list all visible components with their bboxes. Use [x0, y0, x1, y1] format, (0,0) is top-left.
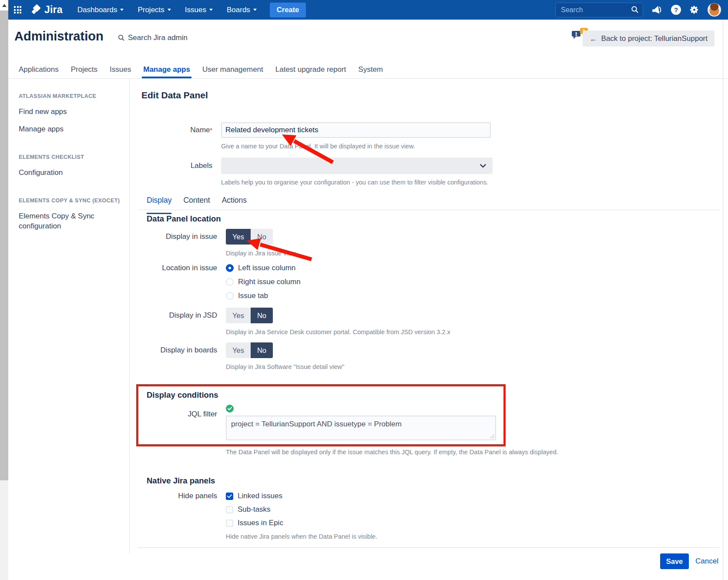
radio-label: Issue tab: [238, 292, 268, 300]
display-in-issue-no[interactable]: No: [251, 229, 273, 245]
sidebar-heading: ATLASSIAN MARKETPLACE: [19, 93, 129, 99]
jira-logo[interactable]: Jira: [31, 4, 63, 16]
scroll-up-button[interactable]: [0, 0, 8, 10]
checkbox-sub-tasks[interactable]: Sub-tasks: [226, 505, 377, 514]
labels-label: Labels: [138, 158, 212, 186]
scrollbar-thumb[interactable]: [0, 10, 8, 480]
admin-tab-bar: Applications Projects Issues Manage apps…: [8, 61, 728, 79]
display-in-issue-helper: Display in Jira issue view: [226, 250, 296, 257]
nav-search-input[interactable]: [556, 3, 643, 17]
display-in-jsd-no[interactable]: No: [251, 308, 273, 323]
cancel-button[interactable]: Cancel: [695, 557, 718, 566]
sidebar-section-marketplace: ATLASSIAN MARKETPLACE Find new apps Mana…: [19, 93, 129, 134]
radio-label: Right issue column: [238, 278, 301, 286]
display-in-issue-yes[interactable]: Yes: [226, 229, 251, 245]
checkbox-label: Sub-tasks: [238, 505, 271, 514]
left-scrollbar[interactable]: [0, 0, 8, 580]
sidebar-item-configuration[interactable]: Configuration: [19, 168, 118, 178]
checkbox-checked-icon[interactable]: [226, 493, 233, 500]
hide-panels-label: Hide panels: [143, 491, 217, 540]
display-in-issue-toggle: Yes No: [226, 229, 273, 245]
display-in-boards-no[interactable]: No: [251, 342, 273, 358]
sidebar-item-manage-apps[interactable]: Manage apps: [19, 124, 118, 134]
jira-mark-icon: [31, 4, 42, 16]
display-in-boards-label: Display in boards: [143, 342, 217, 370]
chevron-down-icon: [480, 164, 486, 168]
radio-left-issue-column[interactable]: Left issue column: [226, 263, 301, 273]
checkbox-label: Linked issues: [238, 492, 282, 500]
display-in-jsd-label: Display in JSD: [143, 308, 217, 335]
tab-manage-apps[interactable]: Manage apps: [143, 61, 190, 78]
announcement-icon[interactable]: [651, 3, 664, 16]
name-input[interactable]: [221, 122, 491, 138]
jql-filter-textarea[interactable]: project = TellurianSupport AND issuetype…: [226, 416, 496, 440]
tab-display[interactable]: Display: [147, 196, 171, 210]
required-mark: *: [210, 127, 212, 134]
tab-issues[interactable]: Issues: [110, 61, 131, 78]
chevron-down-icon: [253, 9, 257, 11]
jql-filter-helper: The Data Panel will be displayed only if…: [226, 449, 558, 456]
radio-icon[interactable]: [226, 278, 234, 286]
top-navbar: Jira Dashboards Projects Issues Boards C…: [8, 0, 728, 20]
jql-filter-label: JQL filter: [143, 405, 217, 456]
scroll-up-icon: [2, 4, 7, 7]
chevron-down-icon: [120, 9, 124, 11]
labels-select[interactable]: [221, 158, 493, 174]
checkbox-issues-in-epic[interactable]: Issues in Epic: [226, 518, 377, 528]
tab-applications[interactable]: Applications: [19, 61, 59, 78]
app-switcher-icon[interactable]: [14, 6, 21, 13]
display-in-boards-row: Display in boards Yes No Display in Jira…: [143, 342, 344, 370]
user-avatar[interactable]: [708, 3, 721, 17]
tab-user-management[interactable]: User management: [202, 61, 263, 78]
sidebar-item-copy-sync-configuration[interactable]: Elements Copy & Sync configuration: [19, 211, 118, 231]
radio-right-issue-column[interactable]: Right issue column: [226, 277, 301, 287]
back-to-project-button[interactable]: ← Back to project: TellurianSupport: [583, 30, 715, 47]
location-in-issue-row: Location in issue Left issue column Righ…: [143, 263, 301, 305]
help-icon[interactable]: ?: [671, 5, 681, 15]
checkbox-icon[interactable]: [226, 506, 233, 513]
window-right-edge: [723, 20, 723, 580]
display-in-jsd-row: Display in JSD Yes No Display in Jira Se…: [143, 308, 450, 335]
display-in-issue-label: Display in issue: [143, 229, 217, 257]
nav-boards[interactable]: Boards: [227, 6, 257, 14]
tab-latest-upgrade-report[interactable]: Latest upgrade report: [275, 61, 346, 78]
checkbox-linked-issues[interactable]: Linked issues: [226, 491, 377, 501]
tab-content[interactable]: Content: [183, 196, 210, 210]
nav-dashboards[interactable]: Dashboards: [77, 6, 124, 14]
jql-valid-check-icon: [226, 405, 234, 412]
display-in-jsd-helper: Display in Jira Service Desk customer po…: [226, 329, 450, 335]
display-in-boards-yes[interactable]: Yes: [226, 342, 251, 358]
search-icon: [631, 6, 639, 13]
name-row: Name* Give a name to your Data Panel. It…: [138, 122, 491, 150]
create-button[interactable]: Create: [270, 3, 306, 17]
tab-system[interactable]: System: [358, 61, 383, 78]
gear-icon[interactable]: [689, 5, 699, 15]
section-native-jira-panels: Native Jira panels: [147, 476, 215, 486]
radio-issue-tab[interactable]: Issue tab: [226, 291, 301, 301]
back-arrow-icon: ←: [590, 35, 597, 43]
chevron-down-icon: [168, 9, 171, 11]
admin-header: Administration Search Jira admin 1 ← Bac…: [8, 20, 728, 61]
radio-icon[interactable]: [226, 292, 234, 300]
tab-projects[interactable]: Projects: [71, 61, 97, 78]
hide-panels-helper: Hide native Jira panels when the Data Pa…: [226, 533, 377, 540]
admin-search[interactable]: Search Jira admin: [118, 34, 188, 42]
jql-filter-row: JQL filter project = TellurianSupport AN…: [143, 405, 558, 456]
nav-projects[interactable]: Projects: [138, 6, 171, 14]
search-icon: [118, 34, 125, 41]
sidebar-heading: ELEMENTS COPY & SYNC (EXOCET): [19, 198, 129, 204]
footer-divider: [138, 547, 719, 548]
sidebar-heading: ELEMENTS CHECKLIST: [19, 154, 129, 160]
save-button[interactable]: Save: [660, 553, 689, 569]
section-data-panel-location: Data Panel location: [147, 214, 221, 224]
sidebar-item-find-new-apps[interactable]: Find new apps: [19, 107, 118, 117]
checkbox-icon[interactable]: [226, 520, 233, 527]
chevron-down-icon: [209, 9, 213, 11]
radio-selected-icon[interactable]: [226, 264, 234, 272]
display-in-jsd-yes[interactable]: Yes: [226, 308, 251, 323]
nav-issues[interactable]: Issues: [185, 6, 213, 14]
checkbox-label: Issues in Epic: [238, 519, 283, 527]
sidebar-section-checklist: ELEMENTS CHECKLIST Configuration: [19, 154, 129, 178]
nav-search-box[interactable]: [555, 3, 643, 17]
tab-actions[interactable]: Actions: [222, 196, 247, 210]
